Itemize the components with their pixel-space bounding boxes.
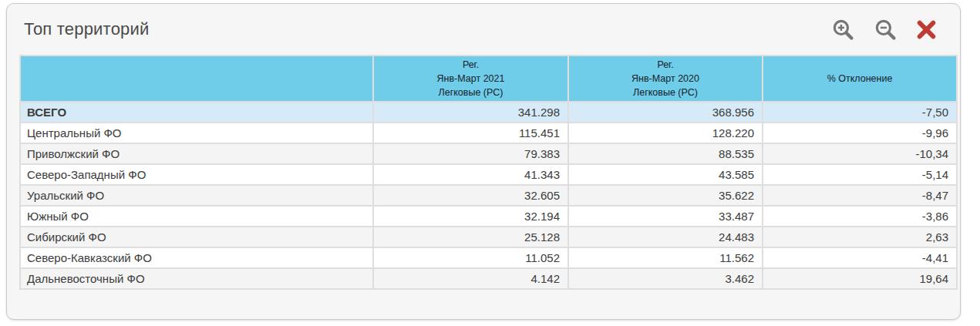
reg-2021-value-cell: 11.052 [373, 247, 568, 268]
table-row[interactable]: Дальневосточный ФО 4.142 3.462 19,64 [20, 268, 957, 289]
territories-table: Рег. Янв-Март 2021 Легковые (PC) Рег. Ян… [19, 55, 958, 290]
deviation-value-cell: -7,50 [763, 102, 957, 123]
zoom-in-button[interactable] [830, 16, 857, 43]
reg-2021-value-cell: 25.128 [373, 227, 568, 247]
column-header-territory [20, 55, 373, 102]
deviation-value-cell: 2,63 [763, 227, 957, 247]
table-row[interactable]: Северо-Западный ФО 41.343 43.585 -5,14 [20, 164, 957, 185]
table-header-row: Рег. Янв-Март 2021 Легковые (PC) Рег. Ян… [20, 55, 957, 102]
table-row[interactable]: Сибирский ФО 25.128 24.483 2,63 [20, 227, 957, 247]
table-row[interactable]: Южный ФО 32.194 33.487 -3,86 [20, 206, 957, 227]
deviation-value-cell: -3,86 [763, 206, 957, 227]
territory-name-cell: Уральский ФО [20, 185, 373, 206]
reg-2020-value-cell: 33.487 [568, 206, 763, 227]
table-row[interactable]: Северо-Кавказский ФО 11.052 11.562 -4,41 [20, 247, 957, 268]
territory-name-cell: Сибирский ФО [20, 227, 373, 247]
reg-2020-value-cell: 11.562 [568, 247, 763, 268]
reg-2020-value-cell: 128.220 [568, 123, 763, 143]
table-row[interactable]: ВСЕГО 341.298 368.956 -7,50 [20, 102, 957, 123]
table-row[interactable]: Приволжский ФО 79.383 88.535 -10,34 [20, 143, 957, 164]
territory-name-cell: Дальневосточный ФО [20, 268, 373, 289]
reg-2021-value-cell: 341.298 [373, 102, 568, 123]
widget-title: Топ территорий [24, 19, 149, 39]
reg-2021-value-cell: 32.194 [373, 206, 568, 227]
table-row[interactable]: Центральный ФО 115.451 128.220 -9,96 [20, 123, 957, 143]
close-icon [916, 19, 937, 40]
reg-2020-value-cell: 368.956 [568, 102, 763, 123]
reg-2021-value-cell: 79.383 [373, 143, 568, 164]
widget-toolbar [830, 16, 938, 43]
table-row[interactable]: Уральский ФО 32.605 35.622 -8,47 [20, 185, 957, 206]
zoom-out-button[interactable] [872, 16, 899, 43]
reg-2020-value-cell: 3.462 [568, 268, 763, 289]
territory-name-cell: Центральный ФО [20, 123, 373, 143]
column-header-reg-2020: Рег. Янв-Март 2020 Легковые (PC) [568, 55, 763, 102]
reg-2021-value-cell: 41.343 [373, 164, 568, 185]
top-territories-widget: Топ территорий [6, 3, 961, 320]
reg-2020-value-cell: 88.535 [568, 143, 763, 164]
deviation-value-cell: -5,14 [763, 164, 957, 185]
column-header-deviation: % Отклонение [763, 55, 957, 102]
column-header-reg-2021: Рег. Янв-Март 2021 Легковые (PC) [373, 55, 568, 102]
reg-2020-value-cell: 43.585 [568, 164, 763, 185]
table-body: ВСЕГО 341.298 368.956 -7,50 Центральный … [20, 102, 957, 289]
deviation-value-cell: -8,47 [763, 185, 957, 206]
reg-2021-value-cell: 4.142 [373, 268, 568, 289]
territory-name-cell: ВСЕГО [20, 102, 373, 123]
territory-name-cell: Южный ФО [20, 206, 373, 227]
reg-2021-value-cell: 32.605 [373, 185, 568, 206]
reg-2020-value-cell: 24.483 [568, 227, 763, 247]
deviation-value-cell: -9,96 [763, 123, 957, 143]
deviation-value-cell: -10,34 [763, 143, 957, 164]
widget-header: Топ территорий [7, 4, 960, 55]
zoom-out-icon [874, 18, 897, 42]
reg-2020-value-cell: 35.622 [568, 185, 763, 206]
territory-name-cell: Приволжский ФО [20, 143, 373, 164]
territory-name-cell: Северо-Кавказский ФО [20, 247, 373, 268]
reg-2021-value-cell: 115.451 [373, 123, 568, 143]
territory-name-cell: Северо-Западный ФО [20, 164, 373, 185]
deviation-value-cell: 19,64 [763, 268, 957, 289]
deviation-value-cell: -4,41 [763, 247, 957, 268]
close-button[interactable] [914, 18, 938, 42]
zoom-in-icon [831, 18, 855, 42]
